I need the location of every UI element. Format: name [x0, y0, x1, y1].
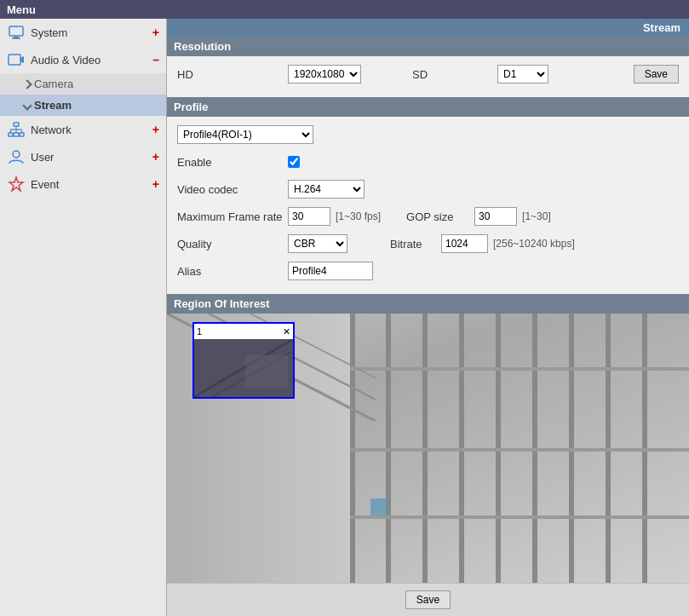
svg-rect-5 [14, 123, 19, 126]
sidebar-item-user[interactable]: User + [0, 143, 166, 170]
sidebar-item-event[interactable]: Event + [0, 170, 166, 198]
roi-section: Region Of Interest [167, 294, 689, 583]
content-header: Stream [167, 19, 689, 37]
stream-arrow-icon [22, 101, 32, 110]
profile-section: Profile Profile4(ROI-1) Profile1 Profile… [167, 97, 689, 294]
quality-bitrate-row: Quality CBR VBR Bitrate [256~10240 kbps] [177, 233, 679, 255]
sidebar-event-expand[interactable]: + [152, 177, 159, 191]
sidebar-user-expand[interactable]: + [152, 150, 159, 164]
menu-bar: Menu [0, 0, 689, 19]
quality-label: Quality [177, 238, 288, 250]
bottom-bar: Save [167, 583, 689, 616]
alias-label: Alias [177, 265, 288, 278]
sidebar-item-network[interactable]: Network + [0, 116, 166, 143]
svg-rect-8 [20, 133, 24, 136]
profile-row: Profile4(ROI-1) Profile1 Profile2 Profil… [177, 124, 679, 146]
gop-input[interactable] [474, 207, 517, 226]
alias-row: Alias [177, 260, 679, 282]
sidebar-event-label: Event [31, 178, 152, 191]
video-codec-row: Video codec H.264 H.265 MJPEG [177, 178, 679, 200]
resolution-header: Resolution [167, 37, 689, 56]
sidebar-item-system[interactable]: System + [0, 19, 166, 46]
video-codec-label: Video codec [177, 183, 288, 196]
profile-select[interactable]: Profile4(ROI-1) Profile1 Profile2 Profil… [177, 125, 313, 144]
bitrate-label: Bitrate [390, 238, 441, 250]
hd-label: HD [177, 68, 288, 81]
roi-body: 1 ✕ [167, 314, 689, 583]
enable-checkbox[interactable] [288, 156, 300, 168]
network-icon [7, 120, 26, 139]
sidebar-item-camera[interactable]: Camera [0, 73, 166, 95]
profile-header: Profile [167, 97, 689, 117]
roi-box-header: 1 ✕ [194, 324, 293, 339]
resolution-save-button[interactable]: Save [634, 65, 679, 83]
video-codec-select[interactable]: H.264 H.265 MJPEG [288, 180, 365, 199]
sidebar-camera-label: Camera [34, 78, 159, 90]
sidebar: System + Audio & Video – Camera [0, 19, 167, 616]
quality-select[interactable]: CBR VBR [288, 234, 347, 253]
content-title: Stream [643, 21, 680, 34]
profile-body: Profile4(ROI-1) Profile1 Profile2 Profil… [167, 117, 689, 294]
gop-hint: [1~30] [522, 210, 551, 222]
framerate-hint: [1~30 fps] [336, 210, 381, 222]
max-framerate-label: Maximum Frame rate [177, 210, 288, 223]
svg-rect-6 [9, 133, 13, 136]
roi-header: Region Of Interest [167, 294, 689, 314]
roi-box[interactable]: 1 ✕ [192, 322, 295, 399]
bitrate-input[interactable] [441, 234, 488, 253]
content-area: Stream Resolution HD 1920x1080 1280x720 … [167, 19, 689, 616]
sidebar-av-expand[interactable]: – [152, 53, 159, 66]
menu-label: Menu [7, 3, 36, 16]
roi-box-content [194, 339, 293, 397]
max-framerate-input[interactable] [288, 207, 330, 226]
svg-rect-22 [245, 355, 288, 388]
sidebar-system-expand[interactable]: + [152, 26, 159, 39]
sidebar-network-expand[interactable]: + [152, 123, 159, 136]
roi-box-title: 1 [197, 326, 283, 337]
event-icon [7, 175, 26, 193]
sd-label: SD [412, 68, 497, 81]
sidebar-system-label: System [31, 26, 152, 39]
sidebar-user-label: User [31, 151, 152, 164]
svg-rect-7 [14, 133, 19, 136]
bitrate-hint: [256~10240 kbps] [493, 238, 575, 250]
hd-select[interactable]: 1920x1080 1280x720 640x480 [288, 65, 361, 83]
svg-rect-3 [9, 55, 20, 65]
sidebar-item-stream[interactable]: Stream [0, 95, 166, 116]
sidebar-network-label: Network [31, 124, 152, 136]
sd-select[interactable]: D1 VGA QVGA [497, 65, 548, 83]
system-icon [7, 23, 26, 42]
user-icon [7, 147, 26, 166]
resolution-body: HD 1920x1080 1280x720 640x480 SD D1 VGA … [167, 56, 689, 97]
resolution-row: HD 1920x1080 1280x720 640x480 SD D1 VGA … [177, 63, 679, 85]
gop-label: GOP size [406, 210, 474, 223]
av-icon [7, 50, 26, 69]
sidebar-av-label: Audio & Video [31, 54, 152, 66]
bottom-save-button[interactable]: Save [405, 590, 451, 609]
bitrate-group: Bitrate [256~10240 kbps] [390, 234, 575, 253]
sd-group: SD D1 VGA QVGA [412, 65, 548, 83]
camera-arrow-icon [22, 79, 32, 89]
svg-marker-15 [9, 177, 23, 191]
camera-view: 1 ✕ [167, 314, 689, 583]
sidebar-item-av[interactable]: Audio & Video – [0, 46, 166, 73]
enable-row: Enable [177, 151, 679, 173]
sidebar-stream-label: Stream [34, 99, 159, 112]
enable-label: Enable [177, 156, 288, 169]
gop-group: GOP size [1~30] [406, 207, 551, 226]
svg-point-14 [13, 151, 20, 158]
alias-input[interactable] [288, 262, 373, 280]
resolution-section: Resolution HD 1920x1080 1280x720 640x480… [167, 37, 689, 97]
roi-close-button[interactable]: ✕ [283, 326, 290, 337]
framerate-gop-row: Maximum Frame rate [1~30 fps] GOP size [… [177, 205, 679, 227]
svg-rect-0 [9, 26, 23, 36]
